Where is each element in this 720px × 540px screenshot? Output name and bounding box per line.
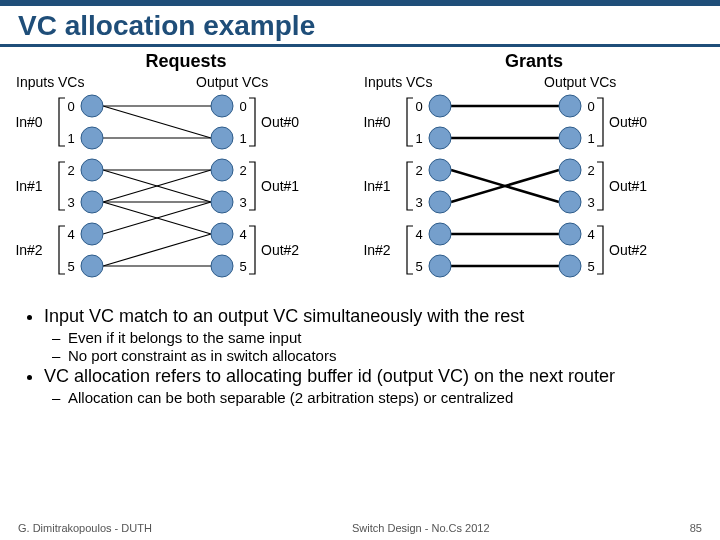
input-vc-node xyxy=(429,159,451,181)
output-vc-node xyxy=(559,191,581,213)
output-vcs-label: Output VCs xyxy=(196,74,286,90)
bracket-left xyxy=(59,98,65,146)
requests-svg: 001122334455In#0Out#0In#1Out#1In#2Out#2 xyxy=(12,92,362,302)
input-vc-node xyxy=(81,255,103,277)
input-vc-node xyxy=(429,191,451,213)
footer-center: Switch Design - No.Cs 2012 xyxy=(352,522,490,534)
input-port-label: In#0 xyxy=(363,114,390,130)
output-vc-id: 0 xyxy=(239,99,246,114)
input-vc-id: 0 xyxy=(67,99,74,114)
grants-headers: Inputs VCs Output VCs xyxy=(360,74,708,90)
output-vc-id: 1 xyxy=(587,131,594,146)
input-port-label: In#0 xyxy=(15,114,42,130)
grants-diagram: Grants Inputs VCs Output VCs 00112233445… xyxy=(360,51,708,302)
output-vc-node xyxy=(559,255,581,277)
input-vc-node xyxy=(429,255,451,277)
input-vc-id: 3 xyxy=(415,195,422,210)
input-vc-id: 5 xyxy=(67,259,74,274)
output-vc-node xyxy=(211,159,233,181)
output-vc-id: 3 xyxy=(239,195,246,210)
input-vc-id: 1 xyxy=(415,131,422,146)
output-vcs-label-r: Output VCs xyxy=(544,74,634,90)
output-vc-node xyxy=(211,223,233,245)
bracket-right xyxy=(597,98,603,146)
input-vc-node xyxy=(429,223,451,245)
input-vc-node xyxy=(429,95,451,117)
output-vc-node xyxy=(559,95,581,117)
input-vc-node xyxy=(81,159,103,181)
output-vc-node xyxy=(211,191,233,213)
output-port-label: Out#2 xyxy=(609,242,647,258)
input-vc-id: 2 xyxy=(415,163,422,178)
input-vc-node xyxy=(81,95,103,117)
bracket-left xyxy=(59,162,65,210)
bullet-lvl2: Even if it belongs to the same input xyxy=(68,329,700,346)
bracket-left xyxy=(59,226,65,274)
output-port-label: Out#2 xyxy=(261,242,299,258)
input-vc-node xyxy=(81,127,103,149)
input-port-label: In#2 xyxy=(363,242,390,258)
output-vc-node xyxy=(559,223,581,245)
input-vc-node xyxy=(81,223,103,245)
output-vc-id: 1 xyxy=(239,131,246,146)
bracket-left xyxy=(407,226,413,274)
output-port-label: Out#1 xyxy=(261,178,299,194)
input-vc-id: 2 xyxy=(67,163,74,178)
bracket-right xyxy=(249,162,255,210)
input-port-label: In#2 xyxy=(15,242,42,258)
output-vc-id: 5 xyxy=(239,259,246,274)
input-vc-id: 0 xyxy=(415,99,422,114)
output-vc-node xyxy=(211,127,233,149)
input-port-label: In#1 xyxy=(363,178,390,194)
bracket-right xyxy=(597,226,603,274)
footer-left: G. Dimitrakopoulos - DUTH xyxy=(18,522,152,534)
bullet-lvl1: Input VC match to an output VC simultane… xyxy=(44,306,700,327)
output-vc-id: 0 xyxy=(587,99,594,114)
output-vc-id: 2 xyxy=(239,163,246,178)
output-vc-node xyxy=(211,255,233,277)
output-vc-id: 5 xyxy=(587,259,594,274)
footer-page: 85 xyxy=(690,522,702,534)
output-vc-id: 4 xyxy=(239,227,246,242)
bullet-lvl1: VC allocation refers to allocating buffe… xyxy=(44,366,700,387)
input-vc-id: 4 xyxy=(415,227,422,242)
bracket-left xyxy=(407,98,413,146)
bullet-lvl2: Allocation can be both separable (2 arbi… xyxy=(68,389,700,406)
output-vc-id: 2 xyxy=(587,163,594,178)
output-vc-node xyxy=(559,159,581,181)
input-vc-id: 5 xyxy=(415,259,422,274)
input-port-label: In#1 xyxy=(15,178,42,194)
bracket-right xyxy=(249,98,255,146)
bracket-left xyxy=(407,162,413,210)
input-vc-id: 3 xyxy=(67,195,74,210)
input-vc-node xyxy=(429,127,451,149)
bracket-right xyxy=(597,162,603,210)
input-vc-id: 4 xyxy=(67,227,74,242)
bullet-lvl2: No port constraint as in switch allocato… xyxy=(68,347,700,364)
output-port-label: Out#1 xyxy=(609,178,647,194)
footer: G. Dimitrakopoulos - DUTH Switch Design … xyxy=(0,522,720,534)
inputs-vcs-label-r: Inputs VCs xyxy=(360,74,474,90)
diagrams-row: Requests Inputs VCs Output VCs 001122334… xyxy=(0,47,720,302)
slide-title: VC allocation example xyxy=(0,6,720,42)
input-vc-node xyxy=(81,191,103,213)
output-port-label: Out#0 xyxy=(261,114,299,130)
output-vc-node xyxy=(559,127,581,149)
requests-headers: Inputs VCs Output VCs xyxy=(12,74,360,90)
edge xyxy=(103,106,211,138)
requests-diagram: Requests Inputs VCs Output VCs 001122334… xyxy=(12,51,360,302)
grants-svg: 001122334455In#0Out#0In#1Out#1In#2Out#2 xyxy=(360,92,710,302)
output-vc-node xyxy=(211,95,233,117)
input-vc-id: 1 xyxy=(67,131,74,146)
grants-title: Grants xyxy=(360,51,708,72)
bullets: Input VC match to an output VC simultane… xyxy=(0,302,720,406)
edge xyxy=(103,234,211,266)
requests-title: Requests xyxy=(12,51,360,72)
output-vc-id: 4 xyxy=(587,227,594,242)
output-vc-id: 3 xyxy=(587,195,594,210)
inputs-vcs-label: Inputs VCs xyxy=(12,74,126,90)
output-port-label: Out#0 xyxy=(609,114,647,130)
bracket-right xyxy=(249,226,255,274)
